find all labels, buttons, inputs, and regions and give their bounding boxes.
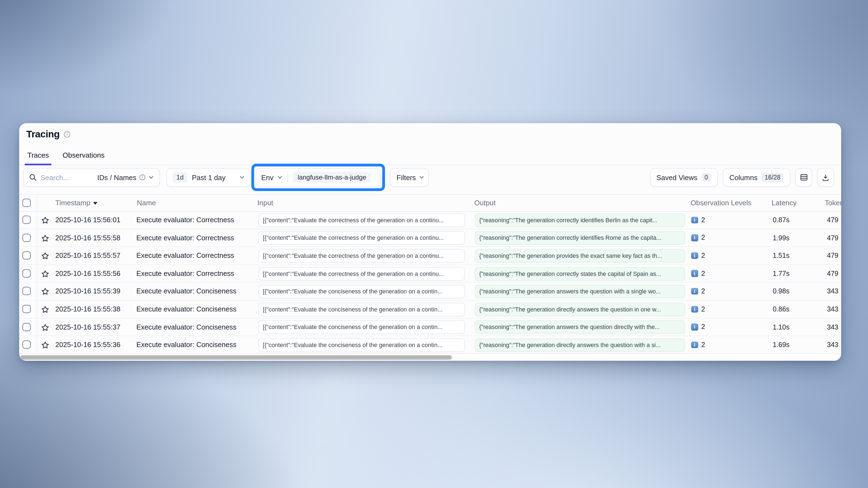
trace-output-preview[interactable]: {"reasoning":"The generation correctly i… [475,214,685,227]
time-range-badge: 1d [173,172,188,183]
row-checkbox[interactable] [23,340,31,349]
trace-name[interactable]: Execute evaluator: Correctness [136,265,234,283]
trace-name[interactable]: Execute evaluator: Correctness [136,211,234,229]
time-range-button[interactable]: 1d Past 1 day [166,168,251,187]
trace-input-preview[interactable]: [{"content":"Evaluate the correctness of… [258,249,465,263]
bookmark-star-icon[interactable] [41,270,49,278]
panel-header: Tracing [26,129,71,140]
row-checkbox-cell [19,300,37,318]
row-checkbox[interactable] [23,251,31,259]
trace-output-preview[interactable]: {"reasoning":"The generation correctly s… [475,267,685,281]
column-header-timestamp[interactable]: Timestamp [55,195,97,211]
scrollbar-thumb[interactable] [20,355,452,359]
trace-input-preview[interactable]: [{"content":"Evaluate the conciseness of… [258,303,465,316]
download-icon [822,173,830,182]
observation-level-count: 2 [701,234,705,242]
bookmark-star-icon[interactable] [41,323,49,331]
trace-output-preview[interactable]: {"reasoning":"The generation answers the… [475,285,685,298]
row-checkbox[interactable] [23,233,31,242]
info-level-icon: i [691,252,698,259]
info-level-icon: i [691,341,698,348]
info-level-icon: i [691,217,698,223]
info-level-icon: i [691,324,698,330]
chevron-down-icon [148,174,154,180]
trace-output-preview[interactable]: {"reasoning":"The generation provides th… [475,249,685,263]
filters-button[interactable]: Filters [390,168,429,187]
observation-levels-cell: i 2 [691,283,705,300]
time-range-label: Past 1 day [192,173,226,182]
columns-button[interactable]: Columns 16/28 [723,168,790,187]
info-icon[interactable] [64,131,71,138]
search-input[interactable]: Search... IDs / Names [23,168,160,187]
table-row[interactable]: 2025-10-16 15:55:37 Execute evaluator: C… [19,318,841,336]
trace-input-preview[interactable]: [{"content":"Evaluate the conciseness of… [258,285,465,298]
trace-timestamp: 2025-10-16 15:55:36 [55,336,121,354]
trace-name[interactable]: Execute evaluator: Conciseness [136,318,237,336]
page-title: Tracing [26,129,60,140]
trace-output-preview[interactable]: {"reasoning":"The generation answers the… [475,321,685,334]
trace-timestamp: 2025-10-16 15:55:58 [55,229,121,247]
trace-input-preview[interactable]: [{"content":"Evaluate the correctness of… [258,214,465,227]
bookmark-star-icon[interactable] [41,288,49,296]
select-all-checkbox[interactable] [23,199,31,207]
divider [288,172,288,182]
trace-name[interactable]: Execute evaluator: Conciseness [136,300,237,318]
trace-output-preview[interactable]: {"reasoning":"The generation directly an… [475,303,685,316]
trace-tokens: 343 → [827,283,841,300]
trace-latency: 0.86s [773,300,789,318]
row-checkbox[interactable] [23,216,31,224]
table-row[interactable]: 2025-10-16 15:55:58 Execute evaluator: C… [19,229,841,247]
trace-name[interactable]: Execute evaluator: Correctness [136,229,234,247]
toolbar: Search... IDs / Names 1d Past 1 day [19,168,841,187]
env-value-badge: langfuse-llm-as-a-judge [293,172,371,183]
tab-bar: Traces Observations [19,146,841,165]
trace-input-preview[interactable]: [{"content":"Evaluate the correctness of… [258,267,465,281]
tab-traces[interactable]: Traces [26,151,50,165]
trace-input-preview[interactable]: [{"content":"Evaluate the conciseness of… [258,321,465,334]
bookmark-star-icon[interactable] [41,341,49,349]
trace-input-preview[interactable]: [{"content":"Evaluate the conciseness of… [258,338,465,352]
info-level-icon: i [691,288,698,295]
trace-name[interactable]: Execute evaluator: Correctness [136,247,234,265]
column-header-observation-levels[interactable]: Observation Levels [690,195,752,211]
table-row[interactable]: 2025-10-16 15:55:56 Execute evaluator: C… [19,265,841,283]
table-row[interactable]: 2025-10-16 15:55:36 Execute evaluator: C… [19,336,841,354]
bookmark-star-icon[interactable] [41,216,49,224]
bookmark-star-icon[interactable] [41,252,49,260]
trace-timestamp: 2025-10-16 15:55:57 [55,247,121,265]
trace-name[interactable]: Execute evaluator: Conciseness [136,336,237,354]
row-checkbox[interactable] [23,269,31,278]
search-mode-selector[interactable]: IDs / Names [97,173,154,182]
row-checkbox[interactable] [23,305,31,313]
bookmark-star-icon[interactable] [41,234,49,242]
export-button[interactable] [817,168,834,187]
info-level-icon: i [691,270,698,277]
row-checkbox[interactable] [23,287,31,295]
table-row[interactable]: 2025-10-16 15:55:39 Execute evaluator: C… [19,283,841,300]
row-height-button[interactable] [795,168,812,187]
horizontal-scrollbar[interactable] [19,353,841,361]
column-header-tokens[interactable]: Tokens [825,195,841,211]
column-header-latency[interactable]: Latency [772,195,797,211]
trace-tokens: 479 → [827,229,841,247]
column-header-input[interactable]: Input [257,195,273,211]
trace-latency: 0.98s [773,283,789,300]
trace-tokens: 343 → [827,318,841,336]
saved-views-button[interactable]: Saved Views 0 [650,168,718,187]
table-header-row: Timestamp Name Input Output Observation … [19,194,841,212]
trace-input-preview[interactable]: [{"content":"Evaluate the correctness of… [258,231,465,245]
trace-latency: 0.87s [773,211,789,229]
tab-observations[interactable]: Observations [62,151,106,165]
column-header-name[interactable]: Name [137,195,156,211]
table-row[interactable]: 2025-10-16 15:55:38 Execute evaluator: C… [19,300,841,318]
trace-output-preview[interactable]: {"reasoning":"The generation directly an… [475,338,685,352]
trace-output-preview[interactable]: {"reasoning":"The generation correctly i… [475,231,685,245]
env-filter-button[interactable]: Env langfuse-llm-as-a-judge [256,168,381,187]
table-row[interactable]: 2025-10-16 15:55:57 Execute evaluator: C… [19,247,841,265]
row-checkbox[interactable] [23,323,31,331]
table-row[interactable]: 2025-10-16 15:56:01 Execute evaluator: C… [19,211,841,229]
column-header-output[interactable]: Output [474,195,496,211]
trace-name[interactable]: Execute evaluator: Conciseness [136,283,237,300]
toolbar-right-group: Saved Views 0 Columns 16/28 [650,168,834,187]
bookmark-star-icon[interactable] [41,305,49,314]
